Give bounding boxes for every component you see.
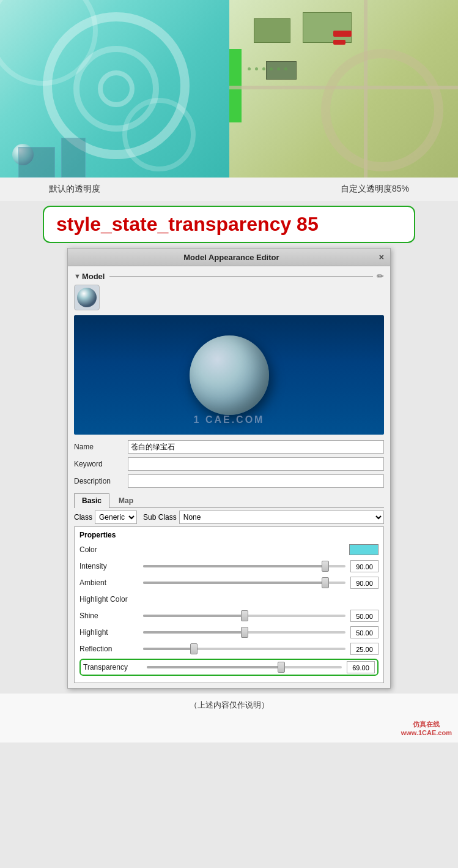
map-arc bbox=[321, 49, 443, 171]
highlight-color-label: Highlight Color bbox=[79, 595, 141, 604]
ambient-slider-container bbox=[141, 582, 348, 584]
intensity-label: Intensity bbox=[79, 562, 141, 571]
red-marker-2 bbox=[333, 40, 345, 45]
shine-label: Shine bbox=[79, 612, 141, 620]
bottom-annotation-text: （上述内容仅作说明） bbox=[190, 700, 269, 709]
intensity-row: Intensity 90.00 bbox=[79, 559, 379, 573]
red-banner: style_state_transparency 85 bbox=[43, 206, 415, 243]
ambient-slider-track bbox=[143, 582, 345, 584]
map-building-1 bbox=[254, 18, 290, 43]
ambient-value: 90.00 bbox=[350, 577, 379, 589]
class-select[interactable]: Generic bbox=[95, 511, 137, 524]
model-section-header: ▼ Model ✏ bbox=[74, 271, 384, 281]
sphere-thumbnail[interactable] bbox=[74, 285, 100, 310]
transparency-row: Transparency 69.00 bbox=[79, 659, 379, 676]
reflection-row: Reflection 25.00 bbox=[79, 642, 379, 656]
dot-pattern bbox=[248, 67, 289, 70]
shine-value: 50.00 bbox=[350, 610, 379, 622]
shine-slider-container bbox=[141, 615, 348, 617]
banner-text: style_state_transparency 85 bbox=[56, 213, 319, 235]
transparency-label: Transparency bbox=[83, 663, 144, 672]
custom-transparency-label: 自定义透明度85% bbox=[341, 184, 409, 195]
ambient-thumb[interactable] bbox=[322, 577, 329, 588]
dialog-body: ▼ Model ✏ 1 CAE.COM bbox=[68, 266, 390, 688]
color-label: Color bbox=[79, 545, 141, 554]
properties-title: Properties bbox=[79, 531, 379, 539]
dialog-title: Model Appearance Editor bbox=[84, 253, 379, 262]
description-label: Description bbox=[74, 477, 128, 485]
highlight-row: Highlight 50.00 bbox=[79, 626, 379, 639]
highlight-label: Highlight bbox=[79, 628, 141, 637]
svg-point-0 bbox=[77, 288, 97, 307]
transparency-value: 69.00 bbox=[347, 661, 375, 673]
class-row: Class Generic Sub Class None bbox=[74, 511, 384, 524]
ambient-row: Ambient 90.00 bbox=[79, 576, 379, 589]
transparency-fill bbox=[147, 666, 281, 668]
subclass-select[interactable]: None bbox=[179, 511, 384, 524]
highlight-thumb[interactable] bbox=[241, 627, 248, 638]
map-building-3 bbox=[266, 61, 297, 80]
building-shape-1 bbox=[18, 147, 55, 178]
highlight-color-row: Highlight Color bbox=[79, 593, 379, 606]
close-button[interactable]: × bbox=[379, 252, 384, 262]
gear-center-circle bbox=[98, 70, 135, 107]
keyword-input[interactable] bbox=[128, 457, 384, 471]
highlight-value: 50.00 bbox=[350, 626, 379, 638]
transparency-slider-track bbox=[147, 666, 342, 668]
transparency-slider-container bbox=[144, 666, 344, 668]
gear-arc2 bbox=[122, 98, 196, 171]
tab-map[interactable]: Map bbox=[111, 493, 141, 507]
site-watermark: 仿真在线 www.1CAE.com bbox=[401, 720, 452, 736]
tab-basic[interactable]: Basic bbox=[74, 493, 109, 508]
map-building-2 bbox=[303, 12, 352, 43]
subclass-label: Sub Class bbox=[143, 513, 177, 522]
ambient-label: Ambient bbox=[79, 578, 141, 587]
reflection-value: 25.00 bbox=[350, 643, 379, 655]
ambient-fill bbox=[143, 582, 325, 584]
watermark-line1: 仿真在线 bbox=[401, 720, 452, 729]
preview-3d-sphere bbox=[190, 335, 269, 415]
model-divider bbox=[109, 276, 373, 277]
model-appearance-dialog: Model Appearance Editor × ▼ Model ✏ bbox=[67, 248, 391, 689]
keyword-label: Keyword bbox=[74, 460, 128, 468]
intensity-fill bbox=[143, 565, 325, 567]
shine-slider-track bbox=[143, 615, 345, 617]
bottom-annotation-area: （上述内容仅作说明） 仿真在线 www.1CAE.com bbox=[0, 694, 458, 743]
name-row: Name bbox=[74, 440, 384, 454]
intensity-value: 90.00 bbox=[350, 560, 379, 572]
label-area: 默认的透明度 自定义透明度85% bbox=[0, 178, 458, 201]
left-image bbox=[0, 0, 229, 178]
intensity-slider-track bbox=[143, 565, 345, 567]
transparency-thumb[interactable] bbox=[278, 662, 285, 673]
shine-thumb[interactable] bbox=[241, 610, 248, 621]
preview-watermark: 1 CAE.COM bbox=[194, 414, 265, 425]
keyword-row: Keyword bbox=[74, 457, 384, 471]
building-shape-2 bbox=[61, 138, 86, 178]
highlight-slider-track bbox=[143, 631, 345, 634]
color-row: Color bbox=[79, 543, 379, 556]
highlight-slider-container bbox=[141, 631, 348, 634]
description-input[interactable] bbox=[128, 474, 384, 488]
reflection-slider-container bbox=[141, 648, 348, 650]
right-image bbox=[229, 0, 458, 178]
highlight-fill bbox=[143, 631, 245, 634]
shine-row: Shine 50.00 bbox=[79, 609, 379, 623]
default-transparency-label: 默认的透明度 bbox=[49, 184, 100, 195]
shine-fill bbox=[143, 615, 245, 617]
description-row: Description bbox=[74, 474, 384, 488]
pin-icon: ✏ bbox=[377, 271, 384, 281]
properties-box: Properties Color Intensity 90.00 bbox=[74, 526, 384, 683]
reflection-slider-track bbox=[143, 648, 345, 650]
reflection-fill bbox=[143, 648, 194, 650]
name-input[interactable] bbox=[128, 440, 384, 454]
reflection-label: Reflection bbox=[79, 645, 141, 653]
dialog-titlebar: Model Appearance Editor × bbox=[68, 249, 390, 266]
sphere-thumbnail-svg bbox=[76, 286, 98, 309]
name-label: Name bbox=[74, 443, 128, 451]
intensity-thumb[interactable] bbox=[322, 561, 329, 572]
tabs-row: Basic Map bbox=[74, 493, 384, 508]
color-swatch[interactable] bbox=[349, 544, 379, 555]
intensity-slider-container bbox=[141, 565, 348, 567]
red-marker-1 bbox=[333, 31, 352, 37]
reflection-thumb[interactable] bbox=[190, 643, 198, 654]
